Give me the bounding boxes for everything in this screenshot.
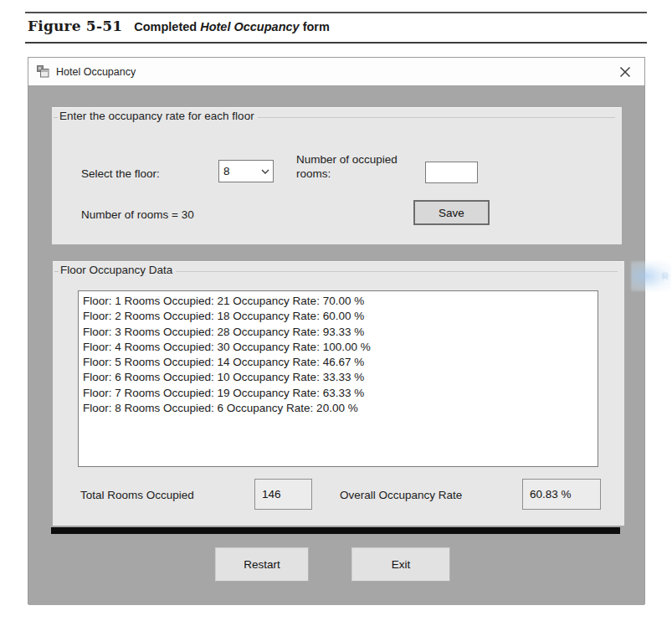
figure-number: Figure 5-51	[28, 18, 122, 34]
list-item[interactable]: Floor: 8 Rooms Occupied: 6 Occupancy Rat…	[83, 401, 598, 416]
exit-button[interactable]: Exit	[351, 547, 450, 582]
close-icon	[619, 66, 631, 78]
hotel-occupancy-window: Hotel Occupancy Enter the occupancy rate…	[28, 57, 645, 604]
close-button[interactable]	[611, 58, 639, 85]
overall-rate-label: Overall Occupancy Rate	[340, 488, 462, 502]
figure-caption: Figure 5-51Completed Hotel Occupancy for…	[28, 18, 647, 34]
floor-data-listbox[interactable]: Floor: 1 Rooms Occupied: 21 Occupancy Ra…	[78, 290, 598, 467]
total-rooms-label: Total Rooms Occupied	[80, 488, 194, 502]
list-item[interactable]: Floor: 6 Rooms Occupied: 10 Occupancy Ra…	[83, 370, 598, 385]
total-rooms-value: 146	[254, 479, 312, 510]
floor-combobox[interactable]: 8	[218, 160, 274, 182]
separator-bar	[51, 527, 620, 534]
window-title: Hotel Occupancy	[56, 66, 136, 78]
number-of-rooms-label: Number of rooms = 30	[81, 208, 194, 222]
caption-bottom-rule	[25, 42, 647, 44]
list-item[interactable]: Floor: 3 Rooms Occupied: 28 Occupancy Ra…	[83, 325, 598, 340]
list-item[interactable]: Floor: 2 Rooms Occupied: 18 Occupancy Ra…	[83, 309, 598, 324]
figure-title: Completed Hotel Occupancy form	[134, 20, 330, 33]
occupied-rooms-input[interactable]	[425, 162, 478, 183]
groupbox-border-line	[258, 117, 615, 118]
list-item[interactable]: Floor: 5 Rooms Occupied: 14 Occupancy Ra…	[83, 355, 598, 370]
form-icon	[37, 65, 49, 78]
page: Figure 5-51Completed Hotel Occupancy for…	[0, 0, 672, 621]
entry-groupbox: Enter the occupancy rate for each floor …	[52, 107, 622, 244]
overall-rate-value: 60.83 %	[522, 479, 601, 510]
list-item[interactable]: Floor: 1 Rooms Occupied: 21 Occupancy Ra…	[83, 294, 598, 309]
caption-top-rule	[25, 12, 647, 13]
data-groupbox-title: Floor Occupancy Data	[59, 264, 176, 276]
chevron-down-icon	[258, 169, 273, 174]
titlebar[interactable]: Hotel Occupancy	[28, 58, 644, 85]
occupied-rooms-label: Number of occupied rooms:	[296, 152, 423, 181]
data-groupbox: Floor Occupancy Data Floor: 1 Rooms Occu…	[53, 261, 624, 526]
select-floor-label: Select the floor:	[81, 167, 160, 181]
save-button[interactable]: Save	[413, 200, 490, 225]
restart-button[interactable]: Restart	[215, 547, 309, 582]
form-body: Enter the occupancy rate for each floor …	[28, 85, 644, 605]
entry-groupbox-title: Enter the occupancy rate for each floor	[58, 110, 258, 122]
floor-combobox-value: 8	[219, 165, 258, 177]
list-item[interactable]: Floor: 7 Rooms Occupied: 19 Occupancy Ra…	[83, 386, 598, 401]
groupbox-border-line	[176, 271, 618, 272]
list-item[interactable]: Floor: 4 Rooms Occupied: 30 Occupancy Ra…	[83, 340, 598, 355]
